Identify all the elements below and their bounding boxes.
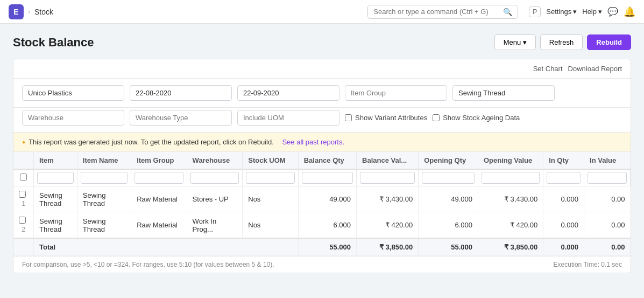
col-opening-value: Opening Value (478, 152, 543, 169)
cell-in-value: 0.00 (584, 212, 631, 239)
refresh-button[interactable]: Refresh (540, 34, 583, 50)
cell-balance-qty: 49.000 (298, 186, 356, 212)
download-report-button[interactable]: Download Report (568, 65, 622, 73)
cell-in-qty: 0.000 (543, 212, 584, 239)
filters-row1 (13, 79, 631, 108)
row-checkbox-1[interactable] (19, 217, 26, 224)
report-toolbar: Set Chart Download Report (13, 59, 631, 79)
to-date-filter[interactable] (237, 85, 339, 101)
topnav: E › Stock 🔍 P Settings ▾ Help ▾ 💬 🔔 (0, 0, 644, 24)
report-card: Set Chart Download Report Show Variant A… (13, 59, 631, 273)
select-all-checkbox[interactable] (17, 174, 30, 181)
col-opening-qty: Opening Qty (419, 152, 478, 169)
menu-button[interactable]: Menu ▾ (494, 34, 536, 50)
total-row: Total 55.000 ₹ 3,850.00 55.000 ₹ 3,850.0… (13, 238, 631, 256)
total-in-qty: 0.000 (543, 238, 584, 256)
breadcrumb-chevron: › (28, 8, 30, 16)
cell-balance-val: ₹ 3,430.00 (357, 186, 419, 212)
stock-balance-table: Item Item Name Item Group Warehouse Stoc… (13, 152, 631, 256)
search-input[interactable] (373, 8, 500, 16)
search-icon: 🔍 (503, 8, 512, 16)
filter-in-qty[interactable] (547, 172, 581, 184)
item-group-value-filter[interactable] (452, 85, 555, 101)
page-header-actions: Menu ▾ Refresh Rebuild (494, 34, 631, 50)
total-in-value: 0.00 (584, 238, 631, 256)
filter-balance-val[interactable] (360, 172, 415, 184)
table-row: 1 Sewing Thread Sewing Thread Raw Materi… (13, 186, 631, 212)
col-warehouse: Warehouse (187, 152, 243, 169)
set-chart-button[interactable]: Set Chart (533, 65, 563, 73)
execution-time: Execution Time: 0.1 sec (554, 261, 622, 268)
col-stock-uom: Stock UOM (243, 152, 298, 169)
chat-icon: 💬 (607, 6, 618, 17)
user-avatar-badge: P (529, 6, 541, 17)
report-alert: ● This report was generated just now. To… (13, 133, 631, 152)
cell-opening-qty: 6.000 (419, 212, 478, 239)
cell-item: Sewing Thread (34, 186, 77, 212)
show-stock-ageing-label: Show Stock Ageing Data (433, 110, 520, 126)
filter-opening-value[interactable] (482, 172, 540, 184)
filter-in-value[interactable] (588, 172, 627, 184)
col-balance-val: Balance Val... (357, 152, 419, 169)
cell-item-group: Raw Material (131, 186, 187, 212)
cell-item-name: Sewing Thread (77, 212, 131, 239)
company-filter[interactable] (22, 85, 124, 101)
filter-warehouse[interactable] (190, 172, 239, 184)
show-variant-attributes-checkbox[interactable] (345, 114, 352, 121)
rebuild-button[interactable]: Rebuild (587, 34, 631, 50)
page-header: Stock Balance Menu ▾ Refresh Rebuild (13, 34, 631, 50)
total-balance-val: ₹ 3,850.00 (357, 238, 419, 256)
app-logo: E (9, 4, 24, 19)
global-search[interactable]: 🔍 (367, 5, 518, 19)
table-header-row: Item Item Name Item Group Warehouse Stoc… (13, 152, 631, 169)
row-checkbox-0[interactable] (19, 191, 26, 198)
row-num: 2 (13, 212, 34, 239)
cell-stock-uom: Nos (243, 186, 298, 212)
cell-in-value: 0.00 (584, 186, 631, 212)
filter-balance-qty[interactable] (302, 172, 353, 184)
from-date-filter[interactable] (130, 85, 232, 101)
settings-button[interactable]: Settings ▾ (546, 8, 577, 16)
cell-balance-val: ₹ 420.00 (357, 212, 419, 239)
cell-balance-qty: 6.000 (298, 212, 356, 239)
table-wrapper: Item Item Name Item Group Warehouse Stoc… (13, 152, 631, 256)
col-item-name: Item Name (77, 152, 131, 169)
col-item-group: Item Group (131, 152, 187, 169)
page-title: Stock Balance (13, 36, 94, 50)
warehouse-filter[interactable] (22, 110, 124, 126)
notification-bell-icon[interactable]: 🔔 (624, 6, 635, 18)
col-balance-qty: Balance Qty (298, 152, 356, 169)
item-group-filter[interactable] (345, 85, 447, 101)
filter-item-group[interactable] (135, 172, 183, 184)
filter-opening-qty[interactable] (422, 172, 475, 184)
filters-row2: Show Variant Attributes Show Stock Agein… (13, 108, 631, 133)
cell-opening-value: ₹ 3,430.00 (478, 186, 543, 212)
page-content: Stock Balance Menu ▾ Refresh Rebuild Set… (0, 24, 644, 284)
cell-item: Sewing Thread (34, 212, 77, 239)
filter-stock-uom[interactable] (246, 172, 294, 184)
col-in-value: In Value (584, 152, 631, 169)
cell-opening-value: ₹ 420.00 (478, 212, 543, 239)
filter-item-name[interactable] (81, 172, 128, 184)
cell-warehouse: Work In Prog... (187, 212, 243, 239)
help-button[interactable]: Help ▾ (582, 8, 602, 16)
footer-hint: For comparison, use >5, <10 or =324. For… (22, 261, 274, 268)
col-in-qty: In Qty (543, 152, 584, 169)
filter-item[interactable] (37, 172, 74, 184)
col-item: Item (34, 152, 77, 169)
total-label-empty (13, 238, 34, 256)
report-footer: For comparison, use >5, <10 or =324. For… (13, 256, 631, 273)
include-uom-filter[interactable] (237, 110, 339, 126)
cell-stock-uom: Nos (243, 212, 298, 239)
cell-opening-qty: 49.000 (419, 186, 478, 212)
see-all-reports-link[interactable]: See all past reports. (282, 138, 344, 146)
cell-item-group: Raw Material (131, 212, 187, 239)
total-opening-qty: 55.000 (419, 238, 478, 256)
col-select (13, 152, 34, 169)
warehouse-type-filter[interactable] (130, 110, 232, 126)
row-num: 1 (13, 186, 34, 212)
total-balance-qty: 55.000 (298, 238, 356, 256)
alert-dot-icon: ● (22, 139, 25, 145)
show-stock-ageing-checkbox[interactable] (433, 114, 440, 121)
total-label: Total (34, 238, 299, 256)
